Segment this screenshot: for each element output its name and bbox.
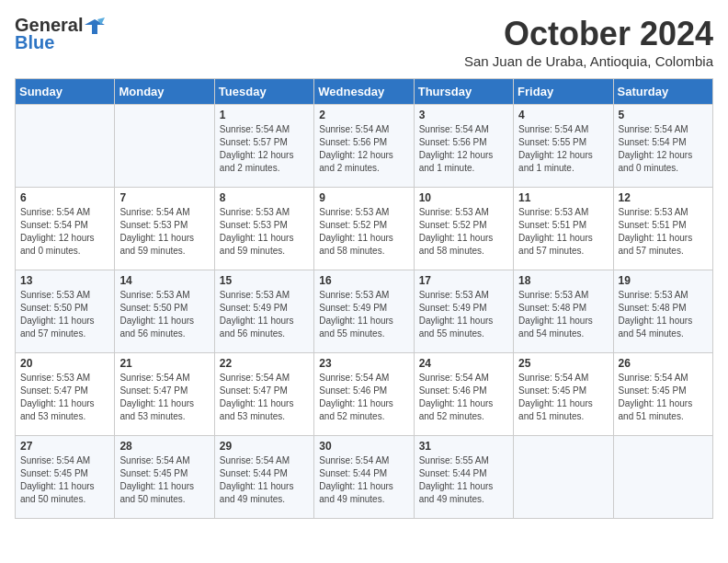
day-detail: Sunrise: 5:53 AM Sunset: 5:50 PM Dayligh… bbox=[20, 289, 109, 340]
table-row: 5Sunrise: 5:54 AM Sunset: 5:54 PM Daylig… bbox=[613, 105, 712, 188]
table-row: 17Sunrise: 5:53 AM Sunset: 5:49 PM Dayli… bbox=[414, 270, 513, 353]
day-detail: Sunrise: 5:54 AM Sunset: 5:47 PM Dayligh… bbox=[119, 372, 209, 423]
day-detail: Sunrise: 5:54 AM Sunset: 5:57 PM Dayligh… bbox=[220, 123, 309, 175]
day-detail: Sunrise: 5:54 AM Sunset: 5:54 PM Dayligh… bbox=[619, 123, 708, 175]
day-number: 6 bbox=[20, 191, 109, 204]
day-detail: Sunrise: 5:53 AM Sunset: 5:52 PM Dayligh… bbox=[419, 206, 508, 258]
calendar-header-row: Sunday Monday Tuesday Wednesday Thursday… bbox=[16, 79, 713, 105]
day-number: 29 bbox=[220, 440, 309, 453]
day-number: 1 bbox=[220, 109, 309, 121]
title-area: October 2024 San Juan de Uraba, Antioqui… bbox=[464, 15, 713, 69]
day-number: 10 bbox=[419, 191, 508, 204]
col-friday: Friday bbox=[514, 79, 613, 105]
day-number: 23 bbox=[319, 357, 408, 370]
calendar-week-5: 27Sunrise: 5:54 AM Sunset: 5:45 PM Dayli… bbox=[16, 436, 713, 519]
table-row: 11Sunrise: 5:53 AM Sunset: 5:51 PM Dayli… bbox=[514, 188, 613, 270]
table-row: 13Sunrise: 5:53 AM Sunset: 5:50 PM Dayli… bbox=[16, 270, 115, 353]
table-row bbox=[613, 436, 712, 519]
month-title: October 2024 bbox=[464, 15, 713, 53]
day-detail: Sunrise: 5:54 AM Sunset: 5:45 PM Dayligh… bbox=[619, 372, 708, 423]
table-row: 27Sunrise: 5:54 AM Sunset: 5:45 PM Dayli… bbox=[16, 436, 115, 519]
table-row: 29Sunrise: 5:54 AM Sunset: 5:44 PM Dayli… bbox=[214, 436, 313, 519]
day-number: 16 bbox=[319, 274, 408, 287]
day-detail: Sunrise: 5:53 AM Sunset: 5:53 PM Dayligh… bbox=[220, 206, 309, 258]
day-number: 22 bbox=[220, 357, 309, 370]
day-number: 7 bbox=[119, 191, 209, 204]
day-detail: Sunrise: 5:54 AM Sunset: 5:45 PM Dayligh… bbox=[20, 454, 109, 506]
day-detail: Sunrise: 5:54 AM Sunset: 5:44 PM Dayligh… bbox=[220, 454, 309, 506]
day-number: 8 bbox=[220, 191, 309, 204]
day-detail: Sunrise: 5:54 AM Sunset: 5:55 PM Dayligh… bbox=[518, 123, 608, 175]
calendar-week-1: 1Sunrise: 5:54 AM Sunset: 5:57 PM Daylig… bbox=[16, 105, 713, 188]
day-detail: Sunrise: 5:54 AM Sunset: 5:45 PM Dayligh… bbox=[518, 372, 608, 423]
day-number: 13 bbox=[20, 274, 109, 287]
table-row: 9Sunrise: 5:53 AM Sunset: 5:52 PM Daylig… bbox=[314, 188, 414, 270]
day-detail: Sunrise: 5:53 AM Sunset: 5:48 PM Dayligh… bbox=[619, 289, 708, 340]
table-row: 21Sunrise: 5:54 AM Sunset: 5:47 PM Dayli… bbox=[115, 353, 214, 436]
table-row: 19Sunrise: 5:53 AM Sunset: 5:48 PM Dayli… bbox=[613, 270, 712, 353]
day-number: 30 bbox=[319, 440, 408, 453]
day-number: 4 bbox=[518, 109, 608, 121]
col-saturday: Saturday bbox=[613, 79, 712, 105]
table-row: 16Sunrise: 5:53 AM Sunset: 5:49 PM Dayli… bbox=[314, 270, 414, 353]
table-row: 2Sunrise: 5:54 AM Sunset: 5:56 PM Daylig… bbox=[314, 105, 414, 188]
table-row: 28Sunrise: 5:54 AM Sunset: 5:45 PM Dayli… bbox=[115, 436, 214, 519]
day-detail: Sunrise: 5:54 AM Sunset: 5:44 PM Dayligh… bbox=[319, 454, 408, 506]
table-row: 20Sunrise: 5:53 AM Sunset: 5:47 PM Dayli… bbox=[16, 353, 115, 436]
table-row: 31Sunrise: 5:55 AM Sunset: 5:44 PM Dayli… bbox=[414, 436, 513, 519]
logo-blue-text: Blue bbox=[15, 32, 54, 53]
day-detail: Sunrise: 5:53 AM Sunset: 5:47 PM Dayligh… bbox=[20, 372, 109, 423]
day-detail: Sunrise: 5:54 AM Sunset: 5:54 PM Dayligh… bbox=[20, 206, 109, 258]
day-detail: Sunrise: 5:53 AM Sunset: 5:49 PM Dayligh… bbox=[319, 289, 408, 340]
table-row: 22Sunrise: 5:54 AM Sunset: 5:47 PM Dayli… bbox=[214, 353, 313, 436]
calendar-week-2: 6Sunrise: 5:54 AM Sunset: 5:54 PM Daylig… bbox=[16, 188, 713, 270]
day-number: 19 bbox=[619, 274, 708, 287]
day-number: 9 bbox=[319, 191, 408, 204]
day-detail: Sunrise: 5:53 AM Sunset: 5:48 PM Dayligh… bbox=[518, 289, 608, 340]
table-row: 26Sunrise: 5:54 AM Sunset: 5:45 PM Dayli… bbox=[613, 353, 712, 436]
day-number: 21 bbox=[119, 357, 209, 370]
day-detail: Sunrise: 5:54 AM Sunset: 5:56 PM Dayligh… bbox=[319, 123, 408, 175]
day-number: 20 bbox=[20, 357, 109, 370]
table-row: 10Sunrise: 5:53 AM Sunset: 5:52 PM Dayli… bbox=[414, 188, 513, 270]
col-sunday: Sunday bbox=[16, 79, 115, 105]
table-row: 4Sunrise: 5:54 AM Sunset: 5:55 PM Daylig… bbox=[514, 105, 613, 188]
table-row: 23Sunrise: 5:54 AM Sunset: 5:46 PM Dayli… bbox=[314, 353, 414, 436]
day-number: 14 bbox=[119, 274, 209, 287]
table-row: 12Sunrise: 5:53 AM Sunset: 5:51 PM Dayli… bbox=[613, 188, 712, 270]
day-detail: Sunrise: 5:53 AM Sunset: 5:49 PM Dayligh… bbox=[419, 289, 508, 340]
day-number: 26 bbox=[619, 357, 708, 370]
table-row: 1Sunrise: 5:54 AM Sunset: 5:57 PM Daylig… bbox=[214, 105, 313, 188]
day-number: 27 bbox=[20, 440, 109, 453]
table-row: 6Sunrise: 5:54 AM Sunset: 5:54 PM Daylig… bbox=[16, 188, 115, 270]
day-detail: Sunrise: 5:53 AM Sunset: 5:51 PM Dayligh… bbox=[518, 206, 608, 258]
table-row: 18Sunrise: 5:53 AM Sunset: 5:48 PM Dayli… bbox=[514, 270, 613, 353]
table-row: 3Sunrise: 5:54 AM Sunset: 5:56 PM Daylig… bbox=[414, 105, 513, 188]
table-row: 25Sunrise: 5:54 AM Sunset: 5:45 PM Dayli… bbox=[514, 353, 613, 436]
day-detail: Sunrise: 5:54 AM Sunset: 5:46 PM Dayligh… bbox=[319, 372, 408, 423]
table-row bbox=[115, 105, 214, 188]
day-detail: Sunrise: 5:54 AM Sunset: 5:53 PM Dayligh… bbox=[119, 206, 209, 258]
page-header: General Blue October 2024 San Juan de Ur… bbox=[15, 15, 713, 69]
table-row: 8Sunrise: 5:53 AM Sunset: 5:53 PM Daylig… bbox=[214, 188, 313, 270]
day-number: 3 bbox=[419, 109, 508, 121]
col-monday: Monday bbox=[115, 79, 214, 105]
col-thursday: Thursday bbox=[414, 79, 513, 105]
calendar-table: Sunday Monday Tuesday Wednesday Thursday… bbox=[15, 78, 713, 519]
logo: General Blue bbox=[15, 15, 105, 53]
day-number: 18 bbox=[518, 274, 608, 287]
table-row bbox=[16, 105, 115, 188]
day-detail: Sunrise: 5:54 AM Sunset: 5:56 PM Dayligh… bbox=[419, 123, 508, 175]
day-detail: Sunrise: 5:55 AM Sunset: 5:44 PM Dayligh… bbox=[419, 454, 508, 506]
day-number: 28 bbox=[119, 440, 209, 453]
day-number: 15 bbox=[220, 274, 309, 287]
col-tuesday: Tuesday bbox=[214, 79, 313, 105]
day-detail: Sunrise: 5:54 AM Sunset: 5:45 PM Dayligh… bbox=[119, 454, 209, 506]
table-row: 30Sunrise: 5:54 AM Sunset: 5:44 PM Dayli… bbox=[314, 436, 414, 519]
calendar-week-3: 13Sunrise: 5:53 AM Sunset: 5:50 PM Dayli… bbox=[16, 270, 713, 353]
table-row: 15Sunrise: 5:53 AM Sunset: 5:49 PM Dayli… bbox=[214, 270, 313, 353]
day-number: 25 bbox=[518, 357, 608, 370]
table-row bbox=[514, 436, 613, 519]
day-number: 5 bbox=[619, 109, 708, 121]
location-subtitle: San Juan de Uraba, Antioquia, Colombia bbox=[464, 53, 713, 69]
